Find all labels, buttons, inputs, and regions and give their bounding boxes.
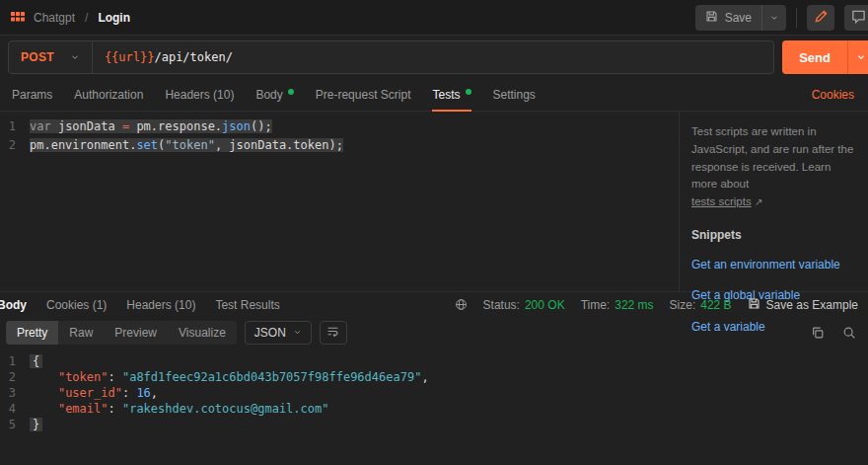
tests-work-area: 1 var jsonData = pm.response.json(); 2 p… — [0, 112, 868, 292]
request-builder: POST {{url}}/api/token/ Send — [0, 36, 868, 79]
url-path: /api/token/ — [154, 50, 232, 64]
edit-request-button[interactable] — [807, 5, 834, 31]
view-tab-raw[interactable]: Raw — [58, 321, 104, 345]
time-value: 322 ms — [615, 298, 653, 312]
tests-help-panel: Test scripts are written in JavaScript, … — [679, 112, 868, 291]
url-bar: POST {{url}}/api/token/ — [8, 40, 774, 74]
format-selector[interactable]: JSON — [245, 321, 312, 345]
send-button-group: Send — [782, 40, 868, 74]
view-tab-visualize[interactable]: Visualize — [168, 321, 237, 345]
response-tab-headers[interactable]: Headers (10) — [126, 298, 195, 312]
snippets-title: Snippets — [691, 226, 856, 245]
response-tab-test-results[interactable]: Test Results — [215, 298, 279, 312]
response-tabs: Body Cookies (1) Headers (10) Test Resul… — [0, 292, 868, 317]
response-tab-body[interactable]: Body — [0, 298, 27, 312]
send-button[interactable]: Send — [782, 40, 847, 74]
response-line: 1 { — [0, 353, 868, 369]
status-value: 200 OK — [525, 298, 565, 312]
tests-scripts-link[interactable]: tests scripts — [691, 195, 752, 207]
line-number: 1 — [0, 117, 30, 136]
url-input[interactable]: {{url}}/api/token/ — [93, 50, 245, 64]
response-time: Time: 322 ms — [581, 298, 654, 312]
method-label: POST — [21, 50, 54, 64]
response-size: Size: 422 B — [670, 298, 732, 312]
workspace-icon — [10, 10, 26, 26]
response-actions — [811, 326, 856, 340]
tab-pre-request-script[interactable]: Pre-request Script — [316, 79, 411, 111]
response-body-viewer[interactable]: 1 { 2 "token": "a8fd1feec92a1c6bd043b705… — [0, 349, 868, 465]
pencil-icon — [814, 9, 829, 27]
request-tabs: Params Authorization Headers (10) Body P… — [0, 79, 868, 112]
cookies-link[interactable]: Cookies — [812, 88, 856, 102]
response-line: 5 } — [0, 417, 868, 432]
save-icon — [705, 10, 718, 26]
topbar-actions: Save — [695, 5, 860, 31]
response-line: 2 "token": "a8fd1feec92a1c6bd043b7057f98… — [0, 369, 868, 385]
tab-tests[interactable]: Tests — [432, 79, 470, 111]
chevron-down-icon — [70, 52, 80, 62]
comment-icon — [851, 9, 866, 27]
method-selector[interactable]: POST — [9, 41, 92, 73]
copy-icon[interactable] — [811, 326, 825, 340]
breadcrumb-workspace[interactable]: Chatgpt — [34, 11, 75, 25]
comment-button[interactable] — [844, 5, 868, 31]
external-link-icon: ↗ — [755, 196, 762, 207]
tab-headers[interactable]: Headers (10) — [165, 79, 234, 111]
tab-params[interactable]: Params — [12, 79, 52, 111]
tab-authorization[interactable]: Authorization — [74, 79, 143, 111]
breadcrumb-request-name[interactable]: Login — [98, 11, 130, 25]
response-status: Status: 200 OK — [483, 298, 565, 312]
tab-settings[interactable]: Settings — [493, 79, 536, 111]
tab-body[interactable]: Body — [255, 79, 293, 111]
breadcrumb: Chatgpt / Login — [10, 10, 130, 26]
wrap-lines-button[interactable] — [320, 321, 347, 345]
response-line: 3 "user_id": 16, — [0, 385, 868, 401]
response-line: 4 "email": "rakeshdev.cotocus@gmail.com" — [0, 401, 868, 417]
save-button[interactable]: Save — [695, 5, 786, 31]
tests-status-dot — [466, 89, 471, 95]
send-options-caret[interactable] — [847, 40, 868, 74]
postman-app: Chatgpt / Login Save — [0, 0, 868, 465]
line-number: 2 — [0, 136, 30, 155]
view-tab-preview[interactable]: Preview — [104, 321, 168, 345]
response-tab-cookies[interactable]: Cookies (1) — [46, 298, 107, 312]
save-options-caret[interactable] — [762, 5, 786, 31]
tests-script-editor[interactable]: 1 var jsonData = pm.response.json(); 2 p… — [0, 112, 679, 291]
network-globe-icon[interactable] — [455, 298, 468, 311]
response-view-tabs: Pretty Raw Preview Visualize — [6, 321, 237, 345]
editor-line: 1 var jsonData = pm.response.json(); — [0, 117, 679, 136]
body-status-dot — [288, 89, 294, 95]
wrap-lines-icon — [326, 325, 339, 341]
snippet-get-environment-variable[interactable]: Get an environment variable — [691, 256, 856, 274]
top-bar: Chatgpt / Login Save — [0, 0, 868, 36]
save-icon — [748, 297, 760, 313]
chevron-down-icon — [293, 326, 302, 340]
size-value: 422 B — [700, 298, 731, 312]
breadcrumb-separator: / — [85, 11, 88, 25]
help-text: Test scripts are written in JavaScript, … — [691, 123, 856, 211]
editor-line: 2 pm.environment.set("token", jsonData.t… — [0, 136, 679, 155]
search-icon[interactable] — [842, 326, 856, 340]
url-variable: {{url}} — [105, 50, 155, 64]
response-meta: Status: 200 OK Time: 322 ms Size: 422 B … — [455, 297, 858, 313]
save-button-label: Save — [725, 11, 752, 25]
save-as-example-button[interactable]: Save as Example — [748, 297, 858, 313]
view-tab-pretty[interactable]: Pretty — [6, 321, 58, 345]
topbar-separator — [796, 8, 797, 28]
